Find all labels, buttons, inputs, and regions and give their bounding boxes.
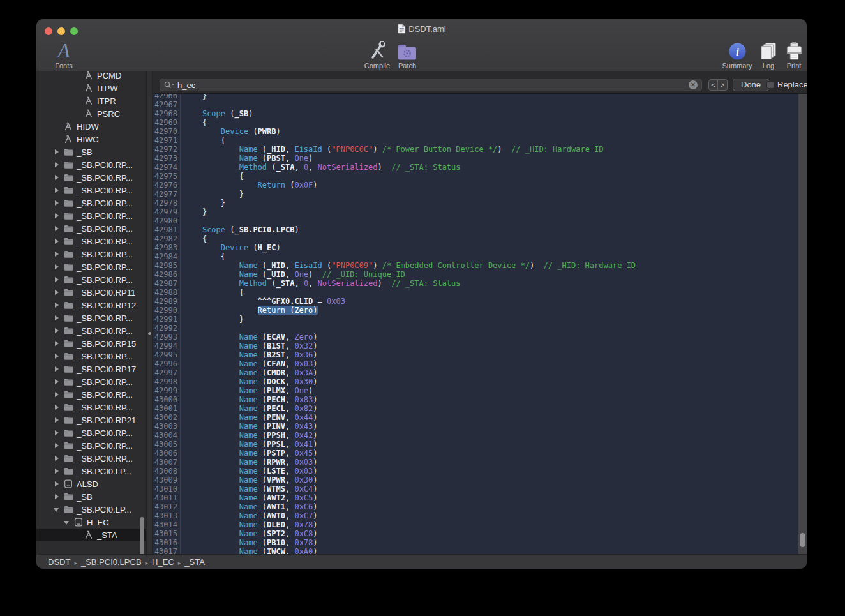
disclosure-triangle[interactable] <box>52 174 63 181</box>
tree-item-pcmd[interactable]: PCMD <box>36 71 146 82</box>
breadcrumb-item[interactable]: _STA <box>184 557 205 567</box>
find-input[interactable]: h_ec ✕ <box>160 79 702 91</box>
disclosure-triangle[interactable] <box>52 251 63 257</box>
tree-item-sb-pci0-rp[interactable]: _SB.PCI0.RP... <box>36 350 146 363</box>
sidebar-scrollbar-thumb[interactable] <box>140 517 144 555</box>
tree-item-sb-pci0-rp[interactable]: _SB.PCI0.RP... <box>36 426 146 439</box>
title-bar[interactable]: DSDT.aml <box>36 19 807 38</box>
tree-item-alsd[interactable]: ALSD <box>36 477 146 490</box>
close-button[interactable] <box>45 27 52 35</box>
tree-item-sb-pci0-rp[interactable]: _SB.PCI0.RP... <box>36 158 146 171</box>
sidebar-tree[interactable]: PCMDITPWITPRPSRCHIDWHIWC_SB_SB.PCI0.RP..… <box>36 71 146 543</box>
disclosure-triangle[interactable] <box>52 327 63 334</box>
disclosure-triangle[interactable] <box>52 430 63 436</box>
tree-item-itpw[interactable]: ITPW <box>36 82 146 94</box>
tree-item-sb-pci0-lp[interactable]: _SB.PCI0.LP... <box>36 465 146 477</box>
tree-item-h-ec[interactable]: H_EC <box>36 516 146 529</box>
disclosure-triangle[interactable] <box>52 315 63 321</box>
patch-icon <box>398 41 417 61</box>
disclosure-triangle[interactable] <box>52 468 63 474</box>
disclosure-triangle[interactable] <box>52 366 63 372</box>
disclosure-triangle[interactable] <box>52 506 63 513</box>
minimize-button[interactable] <box>57 27 65 35</box>
tree-item-sb-pci0-rp12[interactable]: _SB.PCI0.RP12 <box>36 299 146 312</box>
tree-item-sb-pci0-rp[interactable]: _SB.PCI0.RP... <box>36 273 146 286</box>
disclosure-triangle[interactable] <box>52 442 63 449</box>
disclosure-triangle[interactable] <box>52 302 63 308</box>
disclosure-triangle[interactable] <box>52 276 63 283</box>
tree-item-sb-pci0-rp[interactable]: _SB.PCI0.RP... <box>36 248 146 260</box>
code-editor[interactable]: 42966 }4296742968 Scope (_SB)42969 {4297… <box>153 94 798 554</box>
code-text <box>181 100 184 109</box>
line-number: 42976 <box>153 181 181 190</box>
fonts-button[interactable]: A Fonts <box>41 41 86 70</box>
tree-item-sb-pci0-rp17[interactable]: _SB.PCI0.RP17 <box>36 363 146 375</box>
tree-item-sb[interactable]: _SB <box>36 490 146 503</box>
tree-item-sb-pci0-rp[interactable]: _SB.PCI0.RP... <box>36 439 146 452</box>
tree-item-sb-pci0-lp[interactable]: _SB.PCI0.LP... <box>36 503 146 516</box>
replace-checkbox[interactable] <box>766 81 774 89</box>
disclosure-triangle[interactable] <box>52 213 63 219</box>
patch-button[interactable]: Patch <box>385 41 430 70</box>
tree-item-sb[interactable]: _SB <box>36 146 146 158</box>
disclosure-triangle[interactable] <box>52 481 63 487</box>
tree-item-sb-pci0-rp15[interactable]: _SB.PCI0.RP15 <box>36 337 146 350</box>
tree-item-sb-pci0-rp[interactable]: _SB.PCI0.RP... <box>36 209 146 222</box>
breadcrumb-item[interactable]: DSDT <box>48 557 70 567</box>
disclosure-triangle[interactable] <box>52 379 63 385</box>
disclosure-triangle[interactable] <box>52 417 63 423</box>
disclosure-triangle[interactable] <box>52 391 63 398</box>
code-line: 42996 Name (CFAN, 0x03) <box>153 359 798 368</box>
tree-item-sb-pci0-rp21[interactable]: _SB.PCI0.RP21 <box>36 414 146 426</box>
tree-item-sb-pci0-rp[interactable]: _SB.PCI0.RP... <box>36 197 146 209</box>
disclosure-triangle[interactable] <box>52 493 63 500</box>
replace-toggle[interactable]: Replace <box>766 80 807 89</box>
disclosure-triangle[interactable] <box>52 238 63 244</box>
tree-item-sb-pci0-rp[interactable]: _SB.PCI0.RP... <box>36 235 146 248</box>
disclosure-triangle[interactable] <box>52 353 63 359</box>
disclosure-triangle[interactable] <box>52 200 63 206</box>
tree-item-sb-pci0-rp[interactable]: _SB.PCI0.RP... <box>36 260 146 273</box>
disclosure-triangle[interactable] <box>52 149 63 155</box>
tree-item-sta[interactable]: _STA <box>36 529 146 541</box>
tree-item-sb-pci0-rp[interactable]: _SB.PCI0.RP... <box>36 312 146 324</box>
tree-item-sb-pci0-rp[interactable]: _SB.PCI0.RP... <box>36 388 146 401</box>
tree-item-psrc[interactable]: PSRC <box>36 107 146 120</box>
disclosure-triangle[interactable] <box>52 340 63 347</box>
tree-item-sb-pci0-rp[interactable]: _SB.PCI0.RP... <box>36 222 146 235</box>
done-button[interactable]: Done <box>733 79 769 91</box>
tree-item-hidw[interactable]: HIDW <box>36 120 146 133</box>
line-number: 43017 <box>153 547 181 554</box>
disclosure-triangle[interactable] <box>52 264 63 270</box>
tree-item-sb-pci0-rp[interactable]: _SB.PCI0.RP... <box>36 184 146 197</box>
disclosure-triangle[interactable] <box>52 187 63 193</box>
tree-item-sb-pci0-rp[interactable]: _SB.PCI0.RP... <box>36 375 146 388</box>
tree-item-sb-pci0-rp[interactable]: _SB.PCI0.RP... <box>36 171 146 184</box>
clear-search-button[interactable]: ✕ <box>689 80 698 89</box>
disclosure-triangle[interactable] <box>63 519 73 525</box>
tree-item-hiwc[interactable]: HIWC <box>36 133 146 146</box>
disclosure-triangle[interactable] <box>52 404 63 410</box>
editor-scrollbar-track[interactable] <box>798 94 807 554</box>
code-line: 43009 Name (VPWR, 0x30) <box>153 476 798 485</box>
split-divider[interactable] <box>146 71 153 554</box>
folder-icon <box>63 146 74 158</box>
tree-item-sb-pci0-rp[interactable]: _SB.PCI0.RP... <box>36 401 146 414</box>
breadcrumb-item[interactable]: H_EC <box>152 557 174 567</box>
folder-icon <box>63 210 74 222</box>
disclosure-triangle[interactable] <box>52 162 63 168</box>
find-next-button[interactable]: > <box>718 79 728 91</box>
search-menu-icon[interactable] <box>164 81 175 89</box>
disclosure-triangle[interactable] <box>52 225 63 232</box>
tree-item-sb-pci0-rp11[interactable]: _SB.PCI0.RP11 <box>36 286 146 299</box>
tree-item-sb-pci0-rp[interactable]: _SB.PCI0.RP... <box>36 452 146 465</box>
zoom-button[interactable] <box>70 27 78 35</box>
disclosure-triangle[interactable] <box>52 455 63 462</box>
disclosure-triangle[interactable] <box>52 289 63 296</box>
find-previous-button[interactable]: < <box>708 79 718 91</box>
print-button[interactable]: Print <box>772 41 807 70</box>
tree-item-itpr[interactable]: ITPR <box>36 94 146 107</box>
editor-scrollbar-thumb[interactable] <box>800 533 805 547</box>
breadcrumb-item[interactable]: _SB.PCI0.LPCB <box>81 557 142 567</box>
tree-item-sb-pci0-rp[interactable]: _SB.PCI0.RP... <box>36 324 146 337</box>
